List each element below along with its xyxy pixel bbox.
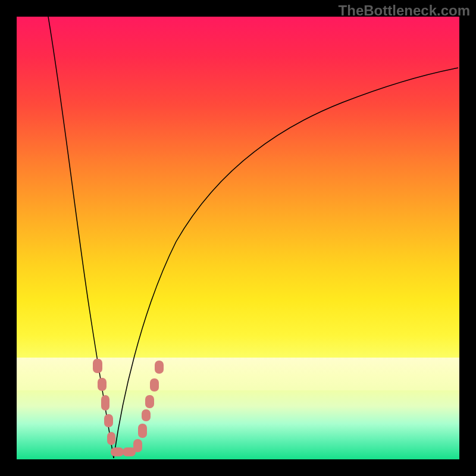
marker-point [107,432,115,445]
marker-point [150,378,159,392]
marker-point [145,395,154,408]
chart-frame [0,0,476,476]
marker-point [138,424,147,438]
marker-point [98,378,107,391]
marker-point [93,359,102,373]
marker-point [155,361,164,374]
marker-point [142,409,151,421]
marker-point [101,395,109,411]
marker-point [133,439,142,452]
marker-point [111,447,124,456]
marker-point [104,414,113,427]
watermark-text: TheBottleneck.com [339,2,470,19]
